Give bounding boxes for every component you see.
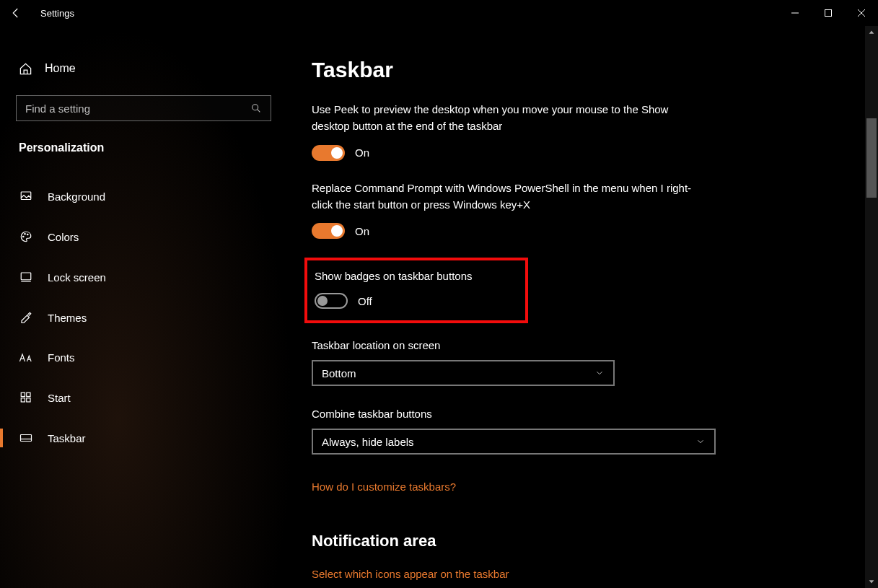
sidebar-item-background[interactable]: Background [16, 181, 278, 211]
svg-rect-16 [21, 435, 32, 442]
setting-peek: Use Peek to preview the desktop when you… [312, 101, 871, 161]
sidebar-item-label: Background [48, 190, 105, 203]
svg-point-7 [23, 236, 25, 237]
dropdown-value: Bottom [322, 367, 356, 379]
toggle-state-label: Off [358, 295, 372, 307]
sidebar-item-fonts[interactable]: Fonts [16, 343, 278, 372]
image-icon [19, 190, 33, 203]
svg-point-4 [253, 105, 258, 110]
sidebar-item-label: Lock screen [48, 271, 106, 284]
search-input-wrapper[interactable] [16, 95, 271, 121]
scroll-down-arrow[interactable] [865, 575, 878, 588]
sidebar-item-label: Fonts [48, 351, 75, 364]
main-content: Taskbar Use Peek to preview the desktop … [294, 26, 878, 588]
sidebar-item-label: Start [48, 392, 71, 404]
setting-desc: Use Peek to preview the desktop when you… [312, 101, 701, 135]
toggle-peek[interactable] [312, 145, 345, 161]
svg-rect-6 [21, 192, 31, 200]
start-icon [19, 391, 33, 404]
svg-rect-12 [21, 392, 25, 396]
close-button[interactable] [845, 1, 878, 25]
themes-icon [19, 311, 33, 324]
sidebar-item-label: Colors [48, 231, 79, 243]
setting-location: Taskbar location on screen Bottom [312, 339, 871, 386]
lock-screen-icon [19, 271, 33, 284]
sidebar-item-home[interactable]: Home [19, 62, 278, 75]
highlight-annotation: Show badges on taskbar buttons Off [304, 258, 528, 323]
app-title: Settings [40, 8, 74, 19]
maximize-button[interactable] [812, 1, 845, 25]
palette-icon [19, 230, 33, 243]
scroll-up-arrow[interactable] [865, 26, 878, 39]
svg-rect-14 [21, 398, 25, 402]
sidebar-item-label: Themes [48, 312, 87, 324]
minimize-button[interactable] [778, 1, 812, 25]
window-controls [778, 1, 878, 25]
setting-powershell: Replace Command Prompt with Windows Powe… [312, 180, 871, 240]
dropdown-combine[interactable]: Always, hide labels [312, 429, 716, 455]
chevron-down-icon [695, 436, 706, 447]
sidebar-section-title: Personalization [19, 141, 278, 154]
toggle-state-label: On [355, 146, 369, 159]
sidebar-item-themes[interactable]: Themes [16, 302, 278, 333]
search-input[interactable] [25, 102, 250, 115]
chevron-down-icon [594, 368, 605, 378]
dropdown-location[interactable]: Bottom [312, 360, 615, 386]
svg-rect-1 [825, 10, 832, 17]
sidebar-item-label: Taskbar [48, 432, 86, 444]
field-label: Taskbar location on screen [312, 339, 871, 351]
scrollbar[interactable] [865, 26, 878, 588]
scrollbar-thumb[interactable] [866, 118, 877, 198]
svg-rect-10 [21, 273, 31, 280]
titlebar: Settings [0, 0, 878, 26]
svg-line-5 [258, 110, 260, 113]
taskbar-icon [19, 431, 33, 444]
setting-desc: Show badges on taskbar buttons [315, 268, 515, 284]
toggle-badges[interactable] [315, 293, 348, 309]
home-label: Home [45, 62, 76, 75]
fonts-icon [19, 352, 33, 364]
field-label: Combine taskbar buttons [312, 408, 871, 420]
search-icon [250, 102, 262, 114]
sidebar-item-taskbar[interactable]: Taskbar [16, 423, 278, 453]
home-icon [19, 62, 32, 75]
svg-rect-13 [27, 392, 30, 396]
setting-desc: Replace Command Prompt with Windows Powe… [312, 180, 701, 214]
svg-rect-15 [27, 398, 30, 402]
sidebar-item-start[interactable]: Start [16, 382, 278, 413]
toggle-powershell[interactable] [312, 223, 345, 239]
sidebar-item-lock-screen[interactable]: Lock screen [16, 262, 278, 292]
help-link[interactable]: How do I customize taskbars? [312, 481, 456, 493]
dropdown-value: Always, hide labels [322, 436, 414, 448]
select-icons-link[interactable]: Select which icons appear on the taskbar [312, 568, 509, 580]
toggle-state-label: On [355, 225, 369, 237]
svg-point-9 [27, 234, 29, 235]
sidebar: Home Personalization Background Colo [0, 26, 294, 588]
page-title: Taskbar [312, 58, 871, 82]
sidebar-item-colors[interactable]: Colors [16, 221, 278, 252]
svg-point-8 [25, 234, 26, 235]
back-button[interactable] [9, 6, 23, 20]
notification-area-heading: Notification area [312, 532, 871, 550]
setting-combine: Combine taskbar buttons Always, hide lab… [312, 408, 871, 455]
